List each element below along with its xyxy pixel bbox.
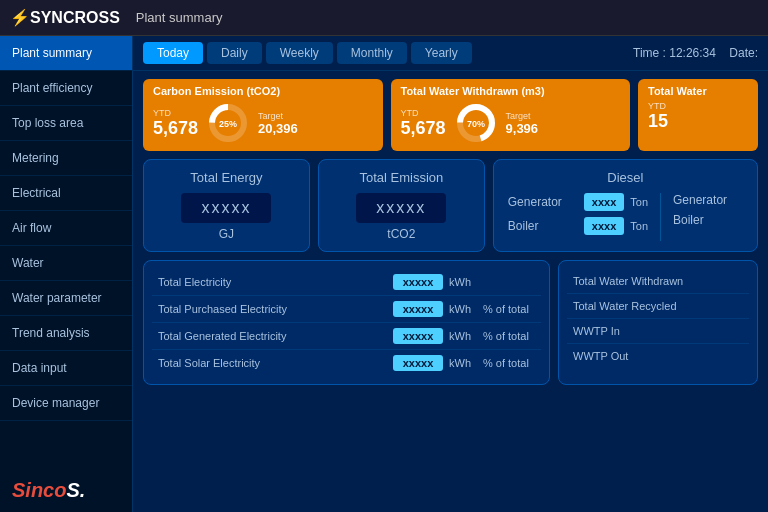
kpi-carbon-target-value: 20,396 bbox=[258, 121, 298, 136]
solar-label: Total Solar Electricity bbox=[158, 357, 387, 369]
solar-value: xxxxx bbox=[393, 355, 443, 371]
nav-time: Time : 12:26:34 Date: bbox=[633, 46, 758, 60]
table-row-generated: Total Generated Electricity xxxxx kWh % … bbox=[152, 323, 541, 350]
kpi-water-title: Total Water Withdrawn (m3) bbox=[401, 85, 621, 97]
diesel-title: Diesel bbox=[508, 170, 743, 185]
bottom-row: Total Electricity xxxxx kWh Total Purcha… bbox=[143, 260, 758, 385]
water-row-recycled: Total Water Recycled bbox=[567, 294, 749, 319]
total-energy-title: Total Energy bbox=[190, 170, 262, 185]
kpi-water-ytd-value: 5,678 bbox=[401, 118, 446, 139]
sidebar-item-plant-summary[interactable]: Plant summary bbox=[0, 36, 132, 71]
purchased-unit: kWh bbox=[449, 303, 477, 315]
solar-pct: % of total bbox=[483, 357, 535, 369]
total-emission-value: xxxxx bbox=[356, 193, 446, 223]
table-row-purchased: Total Purchased Electricity xxxxx kWh % … bbox=[152, 296, 541, 323]
diesel-generator2-label: Generator bbox=[673, 193, 743, 207]
kpi-water3: Total Water YTD 15 bbox=[638, 79, 758, 151]
diesel-generator-value: xxxx bbox=[584, 193, 624, 211]
kpi-water3-title: Total Water bbox=[648, 85, 748, 97]
svg-text:25%: 25% bbox=[219, 119, 237, 129]
purchased-label: Total Purchased Electricity bbox=[158, 303, 387, 315]
diesel-boiler-row: Boiler xxxx Ton bbox=[508, 217, 648, 235]
total-electricity-value: xxxxx bbox=[393, 274, 443, 290]
purchased-pct: % of total bbox=[483, 303, 535, 315]
water-table: Total Water Withdrawn Total Water Recycl… bbox=[558, 260, 758, 385]
svg-text:70%: 70% bbox=[467, 119, 485, 129]
kpi-water-donut: 70% bbox=[454, 101, 498, 145]
kpi-carbon-target-label: Target bbox=[258, 111, 298, 121]
diesel-generator-row: Generator xxxx Ton bbox=[508, 193, 648, 211]
metrics-top-row: Total Energy xxxxx GJ Total Emission xxx… bbox=[143, 159, 758, 252]
generated-unit: kWh bbox=[449, 330, 477, 342]
water-row-withdrawn: Total Water Withdrawn bbox=[567, 269, 749, 294]
kpi-carbon-ytd-value: 5,678 bbox=[153, 118, 198, 139]
diesel-generator-unit: Ton bbox=[630, 196, 648, 208]
table-row-total-electricity: Total Electricity xxxxx kWh bbox=[152, 269, 541, 296]
total-energy-value: xxxxx bbox=[181, 193, 271, 223]
wwtp-in-label: WWTP In bbox=[573, 325, 620, 337]
metrics-area: Total Energy xxxxx GJ Total Emission xxx… bbox=[133, 159, 768, 512]
logo: ⚡SYNCROSS bbox=[10, 8, 120, 27]
total-electricity-label: Total Electricity bbox=[158, 276, 387, 288]
sidebar-item-data-input[interactable]: Data input bbox=[0, 351, 132, 386]
diesel-divider bbox=[660, 193, 661, 241]
sidebar: Plant summary Plant efficiency Top loss … bbox=[0, 36, 133, 512]
nav-daily[interactable]: Daily bbox=[207, 42, 262, 64]
generated-label: Total Generated Electricity bbox=[158, 330, 387, 342]
kpi-carbon-donut: 25% bbox=[206, 101, 250, 145]
top-bar: ⚡SYNCROSS Plant summary bbox=[0, 0, 768, 36]
kpi-carbon-ytd-label: YTD bbox=[153, 108, 198, 118]
sidebar-item-top-loss[interactable]: Top loss area bbox=[0, 106, 132, 141]
sidebar-item-device-manager[interactable]: Device manager bbox=[0, 386, 132, 421]
purchased-value: xxxxx bbox=[393, 301, 443, 317]
kpi-water3-ytd-label: YTD bbox=[648, 101, 668, 111]
sidebar-logo: SincoS. bbox=[0, 469, 132, 512]
diesel-generator-label: Generator bbox=[508, 195, 578, 209]
diesel-box: Diesel Generator xxxx Ton Boiler bbox=[493, 159, 758, 252]
total-emission-title: Total Emission bbox=[359, 170, 443, 185]
water-row-wwtp-in: WWTP In bbox=[567, 319, 749, 344]
diesel-generator2-row: Generator bbox=[673, 193, 743, 207]
diesel-boiler-unit: Ton bbox=[630, 220, 648, 232]
diesel-boiler2-row: Boiler bbox=[673, 213, 743, 227]
table-row-solar: Total Solar Electricity xxxxx kWh % of t… bbox=[152, 350, 541, 376]
nav-today[interactable]: Today bbox=[143, 42, 203, 64]
sidebar-item-electrical[interactable]: Electrical bbox=[0, 176, 132, 211]
diesel-boiler-label: Boiler bbox=[508, 219, 578, 233]
solar-unit: kWh bbox=[449, 357, 477, 369]
metrics-left: Total Energy xxxxx GJ Total Emission xxx… bbox=[143, 159, 758, 506]
sidebar-item-trend[interactable]: Trend analysis bbox=[0, 316, 132, 351]
nav-monthly[interactable]: Monthly bbox=[337, 42, 407, 64]
kpi-carbon: Carbon Emission (tCO2) YTD 5,678 25% bbox=[143, 79, 383, 151]
kpi-water-target-value: 9,396 bbox=[506, 121, 539, 136]
kpi-water-withdrawn: Total Water Withdrawn (m3) YTD 5,678 70% bbox=[391, 79, 631, 151]
sidebar-item-metering[interactable]: Metering bbox=[0, 141, 132, 176]
diesel-boiler2-label: Boiler bbox=[673, 213, 743, 227]
kpi-water-target-label: Target bbox=[506, 111, 539, 121]
electricity-table: Total Electricity xxxxx kWh Total Purcha… bbox=[143, 260, 550, 385]
sidebar-item-water-parameter[interactable]: Water parameter bbox=[0, 281, 132, 316]
kpi-carbon-title: Carbon Emission (tCO2) bbox=[153, 85, 373, 97]
wwtp-out-label: WWTP Out bbox=[573, 350, 628, 362]
water-recycled-label: Total Water Recycled bbox=[573, 300, 677, 312]
total-emission-box: Total Emission xxxxx tCO2 bbox=[318, 159, 485, 252]
generated-value: xxxxx bbox=[393, 328, 443, 344]
nav-bar: Today Daily Weekly Monthly Yearly Time :… bbox=[133, 36, 768, 71]
kpi-water3-ytd-value: 15 bbox=[648, 111, 668, 132]
total-electricity-unit: kWh bbox=[449, 276, 477, 288]
water-withdrawn-label: Total Water Withdrawn bbox=[573, 275, 683, 287]
sidebar-item-water[interactable]: Water bbox=[0, 246, 132, 281]
total-energy-unit: GJ bbox=[219, 227, 234, 241]
sincos-logo: SincoS. bbox=[12, 479, 120, 502]
kpi-water-ytd-label: YTD bbox=[401, 108, 446, 118]
diesel-boiler-value: xxxx bbox=[584, 217, 624, 235]
nav-yearly[interactable]: Yearly bbox=[411, 42, 472, 64]
sidebar-item-airflow[interactable]: Air flow bbox=[0, 211, 132, 246]
total-emission-unit: tCO2 bbox=[387, 227, 415, 241]
nav-weekly[interactable]: Weekly bbox=[266, 42, 333, 64]
generated-pct: % of total bbox=[483, 330, 535, 342]
sidebar-item-plant-efficiency[interactable]: Plant efficiency bbox=[0, 71, 132, 106]
page-title: Plant summary bbox=[136, 10, 223, 25]
total-energy-box: Total Energy xxxxx GJ bbox=[143, 159, 310, 252]
kpi-row: Carbon Emission (tCO2) YTD 5,678 25% bbox=[133, 71, 768, 159]
